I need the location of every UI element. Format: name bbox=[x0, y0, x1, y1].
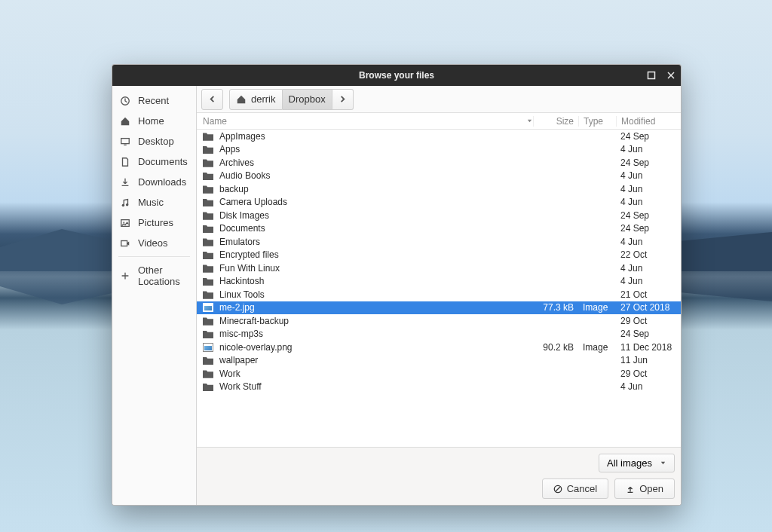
file-name: backup bbox=[219, 184, 249, 194]
file-row[interactable]: Camera Uploads4 Jun bbox=[197, 196, 681, 209]
sidebar-label: Home bbox=[138, 115, 164, 127]
file-name: wallpaper bbox=[219, 355, 258, 365]
file-name: Documents bbox=[219, 223, 265, 234]
file-modified: 4 Jun bbox=[616, 276, 675, 286]
file-row[interactable]: Linux Tools21 Oct bbox=[197, 288, 681, 301]
file-row[interactable]: Hackintosh4 Jun bbox=[197, 275, 681, 289]
file-modified: 22 Oct bbox=[616, 249, 675, 260]
sidebar-label: Pictures bbox=[138, 217, 173, 228]
videos-icon bbox=[120, 238, 130, 249]
folder-icon bbox=[203, 382, 213, 391]
folder-icon bbox=[203, 264, 213, 273]
file-modified: 4 Jun bbox=[616, 197, 675, 207]
image-icon bbox=[203, 343, 213, 352]
sidebar-item-other-locations[interactable]: Other Locations bbox=[112, 260, 196, 292]
file-name: nicole-overlay.png bbox=[219, 342, 293, 353]
file-name: me-2.jpg bbox=[219, 302, 255, 313]
file-row[interactable]: AppImages24 Sep bbox=[197, 130, 681, 143]
maximize-button[interactable] bbox=[646, 70, 657, 81]
file-row[interactable]: Documents24 Sep bbox=[197, 222, 681, 236]
sidebar-item-videos[interactable]: Videos bbox=[112, 233, 196, 253]
file-name: Work Stuff bbox=[219, 381, 262, 392]
sidebar-item-pictures[interactable]: Pictures bbox=[112, 212, 196, 233]
clock-icon bbox=[120, 96, 130, 106]
file-row[interactable]: Archives24 Sep bbox=[197, 156, 681, 170]
file-modified: 24 Sep bbox=[616, 157, 675, 168]
column-name-label: Name bbox=[203, 116, 227, 127]
sidebar-item-documents[interactable]: Documents bbox=[112, 151, 196, 172]
main-panel: derrik Dropbox Name Size Type bbox=[197, 86, 681, 505]
file-row[interactable]: Fun With Linux4 Jun bbox=[197, 261, 681, 275]
path-back-button[interactable] bbox=[201, 89, 223, 110]
file-row[interactable]: Emulators4 Jun bbox=[197, 235, 681, 249]
places-sidebar: Recent Home Desktop Documents Downloads … bbox=[112, 86, 197, 505]
column-name[interactable]: Name bbox=[203, 116, 533, 127]
svg-point-3 bbox=[122, 203, 125, 206]
file-row[interactable]: Apps4 Jun bbox=[197, 143, 681, 157]
column-modified[interactable]: Modified bbox=[616, 116, 675, 127]
pathbar: derrik Dropbox bbox=[197, 86, 681, 113]
sidebar-label: Other Locations bbox=[138, 264, 188, 287]
file-row[interactable]: Disk Images24 Sep bbox=[197, 209, 681, 222]
file-row[interactable]: me-2.jpg77.3 kBImage27 Oct 2018 bbox=[197, 301, 681, 315]
breadcrumb-current[interactable]: Dropbox bbox=[283, 89, 332, 110]
file-row[interactable]: Encrypted files22 Oct bbox=[197, 249, 681, 262]
chevron-down-icon bbox=[660, 460, 666, 466]
sidebar-item-recent[interactable]: Recent bbox=[112, 90, 196, 111]
dialog-footer: All images Cancel Open bbox=[197, 447, 681, 505]
column-type[interactable]: Type bbox=[578, 116, 616, 127]
file-row[interactable]: misc-mp3s24 Sep bbox=[197, 328, 681, 341]
cancel-label: Cancel bbox=[567, 483, 597, 494]
sidebar-label: Recent bbox=[138, 95, 169, 106]
file-name: AppImages bbox=[219, 131, 265, 142]
breadcrumb-home[interactable]: derrik bbox=[229, 89, 283, 110]
file-modified: 29 Oct bbox=[616, 368, 675, 379]
file-row[interactable]: Work29 Oct bbox=[197, 367, 681, 381]
svg-point-4 bbox=[126, 203, 129, 206]
folder-icon bbox=[203, 224, 213, 233]
file-type: Image bbox=[578, 342, 616, 353]
music-icon bbox=[120, 197, 130, 208]
file-modified: 21 Oct bbox=[616, 289, 675, 300]
folder-icon bbox=[203, 171, 213, 180]
open-button[interactable]: Open bbox=[614, 478, 675, 499]
close-button[interactable] bbox=[666, 70, 676, 81]
file-size: 77.3 kB bbox=[533, 302, 578, 313]
folder-icon bbox=[203, 211, 213, 220]
chevron-right-icon bbox=[339, 95, 347, 103]
file-name: Encrypted files bbox=[219, 249, 279, 260]
file-row[interactable]: nicole-overlay.png90.2 kBImage11 Dec 201… bbox=[197, 341, 681, 354]
file-name: Fun With Linux bbox=[219, 263, 280, 274]
pictures-icon bbox=[120, 218, 130, 228]
file-row[interactable]: Work Stuff4 Jun bbox=[197, 381, 681, 394]
breadcrumb-label: derrik bbox=[251, 93, 276, 105]
cancel-icon bbox=[553, 485, 562, 494]
filter-combo[interactable]: All images bbox=[599, 454, 675, 472]
titlebar: Browse your files bbox=[112, 65, 681, 86]
file-modified: 24 Sep bbox=[616, 131, 675, 142]
file-list[interactable]: AppImages24 SepApps4 JunArchives24 SepAu… bbox=[197, 130, 681, 447]
file-row[interactable]: Audio Books4 Jun bbox=[197, 170, 681, 183]
file-row[interactable]: Minecraft-backup29 Oct bbox=[197, 314, 681, 328]
file-modified: 4 Jun bbox=[616, 144, 675, 154]
file-modified: 4 Jun bbox=[616, 237, 675, 247]
breadcrumb-label: Dropbox bbox=[289, 93, 326, 105]
file-row[interactable]: backup4 Jun bbox=[197, 182, 681, 196]
file-row[interactable]: wallpaper11 Jun bbox=[197, 354, 681, 368]
column-headers: Name Size Type Modified bbox=[197, 113, 681, 130]
breadcrumb: derrik Dropbox bbox=[229, 89, 354, 110]
file-name: Minecraft-backup bbox=[219, 316, 289, 326]
file-type: Image bbox=[578, 302, 616, 313]
desktop-icon bbox=[120, 136, 130, 147]
cancel-button[interactable]: Cancel bbox=[542, 478, 608, 499]
file-modified: 27 Oct 2018 bbox=[616, 302, 675, 313]
sidebar-item-desktop[interactable]: Desktop bbox=[112, 131, 196, 151]
folder-icon bbox=[203, 185, 213, 194]
sidebar-item-home[interactable]: Home bbox=[112, 111, 196, 131]
folder-icon bbox=[203, 290, 213, 299]
chevron-left-icon bbox=[208, 95, 216, 103]
column-size[interactable]: Size bbox=[533, 116, 578, 127]
sidebar-item-downloads[interactable]: Downloads bbox=[112, 172, 196, 192]
sidebar-item-music[interactable]: Music bbox=[112, 192, 196, 212]
breadcrumb-forward[interactable] bbox=[332, 89, 354, 110]
